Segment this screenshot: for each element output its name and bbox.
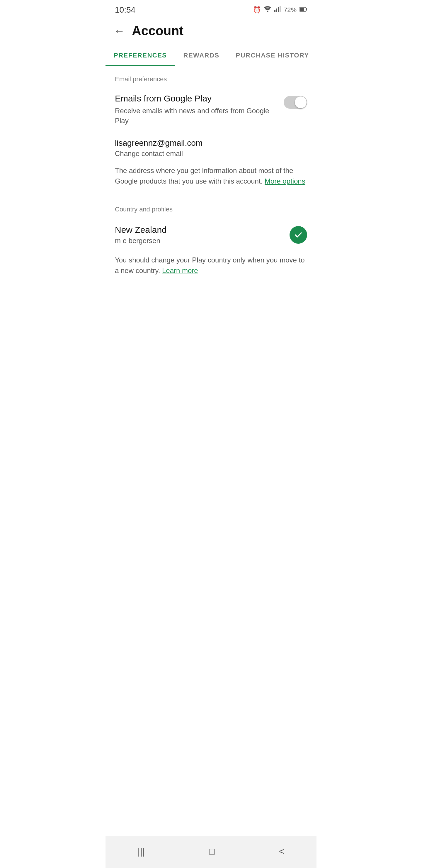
battery-text: 72% — [284, 6, 297, 14]
page-title: Account — [132, 24, 184, 38]
checkmark-icon — [293, 230, 303, 240]
status-icons: ⏰ 72% — [253, 6, 307, 14]
country-name: New Zealand — [115, 225, 290, 235]
nav-home-button[interactable]: □ — [203, 843, 220, 860]
emails-toggle[interactable] — [284, 96, 307, 109]
email-preferences-section-label: Email preferences — [105, 66, 317, 88]
tab-purchase-history[interactable]: PURCHASE HISTORY — [228, 45, 317, 66]
change-email-label: Change contact email — [115, 150, 307, 158]
status-time: 10:54 — [115, 5, 135, 15]
emails-preference-desc: Receive emails with news and offers from… — [115, 106, 278, 125]
svg-rect-7 — [300, 8, 304, 11]
svg-rect-6 — [306, 8, 307, 10]
nav-back-button[interactable]: < — [273, 843, 290, 860]
tab-rewards[interactable]: REWARDS — [175, 45, 228, 66]
country-item: New Zealand m e bergersen — [105, 218, 317, 252]
alarm-icon: ⏰ — [253, 6, 261, 14]
country-selected-check — [290, 226, 307, 244]
country-info: You should change your Play country only… — [105, 252, 317, 285]
country-user: m e bergersen — [115, 237, 290, 245]
tabs-container: PREFERENCES REWARDS PURCHASE HISTORY FAM — [105, 45, 317, 66]
signal-icon — [274, 6, 281, 14]
learn-more-link[interactable]: Learn more — [162, 267, 198, 275]
header: ← Account — [105, 18, 317, 45]
emails-from-google-play-item: Emails from Google Play Receive emails w… — [105, 88, 317, 131]
status-bar: 10:54 ⏰ 72% — [105, 0, 317, 18]
bottom-nav: ||| □ < — [105, 836, 317, 868]
emails-preference-text: Emails from Google Play Receive emails w… — [115, 94, 284, 125]
svg-point-0 — [267, 11, 268, 12]
svg-rect-1 — [274, 10, 275, 12]
battery-icon — [299, 6, 307, 14]
svg-rect-4 — [280, 6, 281, 12]
email-address: lisagreennz@gmail.com — [115, 138, 307, 148]
email-info: The address where you get information ab… — [105, 161, 317, 196]
country-info-text: You should change your Play country only… — [115, 256, 305, 275]
emails-preference-title: Emails from Google Play — [115, 94, 278, 103]
nav-menu-button[interactable]: ||| — [132, 843, 151, 860]
content: Email preferences Emails from Google Pla… — [105, 66, 317, 836]
contact-email-row: lisagreennz@gmail.com Change contact ema… — [105, 131, 317, 161]
svg-rect-3 — [278, 7, 279, 12]
country-section-label: Country and profiles — [105, 196, 317, 218]
wifi-icon — [264, 6, 271, 14]
toggle-knob — [295, 96, 306, 108]
back-button[interactable]: ← — [114, 25, 125, 36]
svg-rect-2 — [276, 8, 277, 12]
tab-preferences[interactable]: PREFERENCES — [105, 45, 175, 66]
more-options-link[interactable]: More options — [265, 177, 305, 185]
country-text: New Zealand m e bergersen — [115, 225, 290, 245]
